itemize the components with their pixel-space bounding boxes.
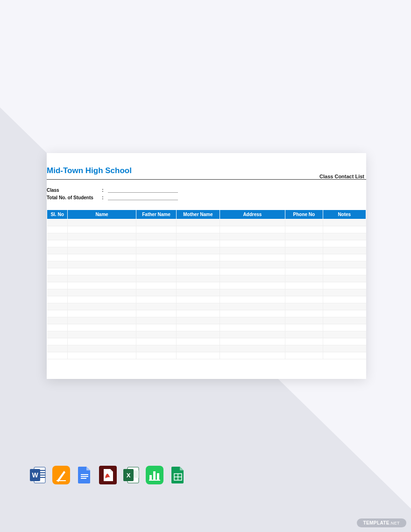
table-cell[interactable] (323, 324, 366, 331)
table-cell[interactable] (177, 219, 220, 226)
table-cell[interactable] (68, 282, 136, 289)
table-cell[interactable] (220, 296, 285, 303)
table-cell[interactable] (285, 261, 323, 268)
table-cell[interactable] (323, 352, 366, 359)
table-cell[interactable] (68, 226, 136, 233)
table-cell[interactable] (285, 289, 323, 296)
table-cell[interactable] (136, 324, 176, 331)
table-cell[interactable] (136, 268, 176, 275)
table-cell[interactable] (285, 268, 323, 275)
table-cell[interactable] (68, 240, 136, 247)
table-cell[interactable] (285, 324, 323, 331)
table-cell[interactable] (323, 296, 366, 303)
table-cell[interactable] (68, 303, 136, 310)
table-cell[interactable] (177, 296, 220, 303)
table-cell[interactable] (177, 324, 220, 331)
table-cell[interactable] (177, 247, 220, 254)
table-cell[interactable] (220, 219, 285, 226)
field-class-input[interactable] (108, 187, 178, 193)
table-cell[interactable] (68, 233, 136, 240)
table-cell[interactable] (68, 338, 136, 345)
table-cell[interactable] (136, 352, 176, 359)
table-cell[interactable] (47, 282, 68, 289)
table-cell[interactable] (136, 219, 176, 226)
table-cell[interactable] (177, 275, 220, 282)
table-cell[interactable] (285, 331, 323, 338)
table-cell[interactable] (220, 338, 285, 345)
table-cell[interactable] (285, 310, 323, 317)
table-cell[interactable] (177, 310, 220, 317)
table-cell[interactable] (68, 331, 136, 338)
table-cell[interactable] (285, 226, 323, 233)
table-cell[interactable] (285, 233, 323, 240)
table-cell[interactable] (47, 310, 68, 317)
table-cell[interactable] (177, 338, 220, 345)
table-cell[interactable] (323, 317, 366, 324)
table-cell[interactable] (136, 261, 176, 268)
table-cell[interactable] (47, 317, 68, 324)
table-cell[interactable] (220, 310, 285, 317)
table-cell[interactable] (47, 324, 68, 331)
table-cell[interactable] (323, 254, 366, 261)
table-cell[interactable] (177, 261, 220, 268)
table-cell[interactable] (136, 254, 176, 261)
table-cell[interactable] (68, 261, 136, 268)
table-cell[interactable] (323, 261, 366, 268)
table-cell[interactable] (68, 219, 136, 226)
table-cell[interactable] (47, 275, 68, 282)
table-cell[interactable] (285, 338, 323, 345)
table-cell[interactable] (177, 233, 220, 240)
table-cell[interactable] (68, 275, 136, 282)
table-cell[interactable] (323, 275, 366, 282)
table-cell[interactable] (177, 240, 220, 247)
table-cell[interactable] (323, 338, 366, 345)
table-cell[interactable] (68, 352, 136, 359)
table-cell[interactable] (47, 289, 68, 296)
table-cell[interactable] (47, 296, 68, 303)
table-cell[interactable] (68, 345, 136, 352)
table-cell[interactable] (177, 303, 220, 310)
table-cell[interactable] (47, 331, 68, 338)
table-cell[interactable] (285, 352, 323, 359)
table-cell[interactable] (323, 233, 366, 240)
table-cell[interactable] (285, 303, 323, 310)
table-cell[interactable] (136, 331, 176, 338)
table-cell[interactable] (47, 226, 68, 233)
table-cell[interactable] (177, 317, 220, 324)
table-cell[interactable] (68, 268, 136, 275)
table-cell[interactable] (136, 275, 176, 282)
table-cell[interactable] (220, 261, 285, 268)
table-cell[interactable] (220, 352, 285, 359)
table-cell[interactable] (136, 303, 176, 310)
table-cell[interactable] (177, 345, 220, 352)
table-cell[interactable] (285, 282, 323, 289)
table-cell[interactable] (136, 310, 176, 317)
table-cell[interactable] (177, 289, 220, 296)
table-cell[interactable] (68, 324, 136, 331)
table-cell[interactable] (220, 275, 285, 282)
table-cell[interactable] (323, 282, 366, 289)
table-cell[interactable] (323, 310, 366, 317)
table-cell[interactable] (47, 240, 68, 247)
table-cell[interactable] (68, 296, 136, 303)
table-cell[interactable] (47, 352, 68, 359)
table-cell[interactable] (285, 240, 323, 247)
table-cell[interactable] (323, 226, 366, 233)
table-cell[interactable] (323, 331, 366, 338)
table-cell[interactable] (220, 331, 285, 338)
table-cell[interactable] (68, 289, 136, 296)
table-cell[interactable] (323, 268, 366, 275)
table-cell[interactable] (177, 352, 220, 359)
table-cell[interactable] (47, 338, 68, 345)
table-cell[interactable] (323, 219, 366, 226)
table-cell[interactable] (136, 345, 176, 352)
table-cell[interactable] (47, 345, 68, 352)
table-cell[interactable] (220, 289, 285, 296)
table-cell[interactable] (47, 261, 68, 268)
table-cell[interactable] (285, 275, 323, 282)
table-cell[interactable] (177, 268, 220, 275)
table-cell[interactable] (47, 303, 68, 310)
table-cell[interactable] (220, 303, 285, 310)
table-cell[interactable] (177, 254, 220, 261)
table-cell[interactable] (68, 317, 136, 324)
